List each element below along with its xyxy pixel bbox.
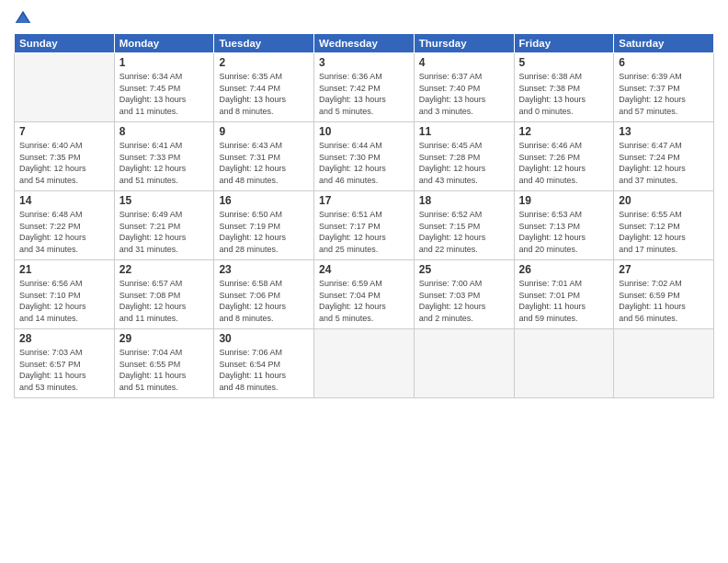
calendar-cell — [514, 329, 614, 398]
cell-day-number: 19 — [519, 194, 609, 207]
cell-day-info: Sunrise: 7:02 AM Sunset: 6:59 PM Dayligh… — [619, 278, 709, 324]
calendar-cell: 23Sunrise: 6:58 AM Sunset: 7:06 PM Dayli… — [214, 260, 314, 329]
calendar-week-row: 21Sunrise: 6:56 AM Sunset: 7:10 PM Dayli… — [15, 260, 714, 329]
cell-day-number: 24 — [319, 263, 409, 276]
calendar-cell: 2Sunrise: 6:35 AM Sunset: 7:44 PM Daylig… — [214, 53, 314, 122]
cell-day-number: 28 — [19, 332, 109, 345]
calendar-week-row: 1Sunrise: 6:34 AM Sunset: 7:45 PM Daylig… — [15, 53, 714, 122]
calendar-body: 1Sunrise: 6:34 AM Sunset: 7:45 PM Daylig… — [15, 53, 714, 398]
cell-day-number: 10 — [319, 125, 409, 138]
calendar-cell: 26Sunrise: 7:01 AM Sunset: 7:01 PM Dayli… — [514, 260, 614, 329]
logo-icon — [14, 9, 32, 28]
calendar-cell: 30Sunrise: 7:06 AM Sunset: 6:54 PM Dayli… — [214, 329, 314, 398]
calendar-cell: 8Sunrise: 6:41 AM Sunset: 7:33 PM Daylig… — [114, 122, 214, 191]
cell-day-info: Sunrise: 6:37 AM Sunset: 7:40 PM Dayligh… — [419, 71, 509, 117]
cell-day-info: Sunrise: 6:41 AM Sunset: 7:33 PM Dayligh… — [119, 140, 210, 186]
calendar-cell: 7Sunrise: 6:40 AM Sunset: 7:35 PM Daylig… — [15, 122, 115, 191]
calendar-week-row: 7Sunrise: 6:40 AM Sunset: 7:35 PM Daylig… — [15, 122, 714, 191]
cell-day-info: Sunrise: 6:34 AM Sunset: 7:45 PM Dayligh… — [119, 71, 210, 117]
calendar-cell: 28Sunrise: 7:03 AM Sunset: 6:57 PM Dayli… — [15, 329, 115, 398]
cell-day-info: Sunrise: 6:59 AM Sunset: 7:04 PM Dayligh… — [319, 278, 409, 324]
cell-day-info: Sunrise: 7:06 AM Sunset: 6:54 PM Dayligh… — [219, 347, 309, 393]
cell-day-info: Sunrise: 6:36 AM Sunset: 7:42 PM Dayligh… — [319, 71, 409, 117]
cell-day-info: Sunrise: 7:04 AM Sunset: 6:55 PM Dayligh… — [119, 347, 210, 393]
calendar-header: SundayMondayTuesdayWednesdayThursdayFrid… — [15, 34, 714, 53]
weekday-header: Wednesday — [314, 34, 415, 53]
calendar-cell: 10Sunrise: 6:44 AM Sunset: 7:30 PM Dayli… — [314, 122, 415, 191]
cell-day-number: 5 — [519, 56, 609, 69]
page: SundayMondayTuesdayWednesdayThursdayFrid… — [0, 0, 728, 563]
calendar-cell: 4Sunrise: 6:37 AM Sunset: 7:40 PM Daylig… — [414, 53, 514, 122]
calendar-cell: 16Sunrise: 6:50 AM Sunset: 7:19 PM Dayli… — [214, 191, 314, 260]
cell-day-number: 20 — [619, 194, 709, 207]
cell-day-info: Sunrise: 7:00 AM Sunset: 7:03 PM Dayligh… — [419, 278, 509, 324]
cell-day-info: Sunrise: 6:55 AM Sunset: 7:12 PM Dayligh… — [619, 209, 709, 255]
calendar-table: SundayMondayTuesdayWednesdayThursdayFrid… — [14, 33, 714, 398]
calendar-week-row: 14Sunrise: 6:48 AM Sunset: 7:22 PM Dayli… — [15, 191, 714, 260]
cell-day-number: 2 — [219, 56, 309, 69]
calendar-cell: 11Sunrise: 6:45 AM Sunset: 7:28 PM Dayli… — [414, 122, 514, 191]
calendar-cell: 18Sunrise: 6:52 AM Sunset: 7:15 PM Dayli… — [414, 191, 514, 260]
calendar-cell: 9Sunrise: 6:43 AM Sunset: 7:31 PM Daylig… — [214, 122, 314, 191]
cell-day-number: 18 — [419, 194, 509, 207]
cell-day-number: 8 — [119, 125, 210, 138]
cell-day-number: 16 — [219, 194, 309, 207]
cell-day-info: Sunrise: 6:51 AM Sunset: 7:17 PM Dayligh… — [319, 209, 409, 255]
cell-day-info: Sunrise: 6:40 AM Sunset: 7:35 PM Dayligh… — [19, 140, 109, 186]
calendar-cell: 14Sunrise: 6:48 AM Sunset: 7:22 PM Dayli… — [15, 191, 115, 260]
cell-day-number: 1 — [119, 56, 210, 69]
cell-day-number: 3 — [319, 56, 409, 69]
cell-day-number: 21 — [19, 263, 109, 276]
cell-day-number: 12 — [519, 125, 609, 138]
cell-day-number: 6 — [619, 56, 709, 69]
calendar-cell: 22Sunrise: 6:57 AM Sunset: 7:08 PM Dayli… — [114, 260, 214, 329]
calendar-cell: 21Sunrise: 6:56 AM Sunset: 7:10 PM Dayli… — [15, 260, 115, 329]
calendar-cell — [15, 53, 115, 122]
cell-day-number: 11 — [419, 125, 509, 138]
cell-day-info: Sunrise: 7:03 AM Sunset: 6:57 PM Dayligh… — [19, 347, 109, 393]
cell-day-number: 7 — [19, 125, 109, 138]
cell-day-number: 9 — [219, 125, 309, 138]
calendar-cell: 24Sunrise: 6:59 AM Sunset: 7:04 PM Dayli… — [314, 260, 415, 329]
calendar-cell: 13Sunrise: 6:47 AM Sunset: 7:24 PM Dayli… — [614, 122, 714, 191]
cell-day-info: Sunrise: 6:58 AM Sunset: 7:06 PM Dayligh… — [219, 278, 309, 324]
cell-day-number: 13 — [619, 125, 709, 138]
cell-day-info: Sunrise: 6:52 AM Sunset: 7:15 PM Dayligh… — [419, 209, 509, 255]
calendar-cell: 6Sunrise: 6:39 AM Sunset: 7:37 PM Daylig… — [614, 53, 714, 122]
weekday-header: Sunday — [15, 34, 115, 53]
cell-day-number: 4 — [419, 56, 509, 69]
calendar-cell: 19Sunrise: 6:53 AM Sunset: 7:13 PM Dayli… — [514, 191, 614, 260]
weekday-header: Tuesday — [214, 34, 314, 53]
cell-day-number: 23 — [219, 263, 309, 276]
cell-day-number: 15 — [119, 194, 210, 207]
cell-day-number: 25 — [419, 263, 509, 276]
calendar-cell: 3Sunrise: 6:36 AM Sunset: 7:42 PM Daylig… — [314, 53, 415, 122]
cell-day-info: Sunrise: 6:43 AM Sunset: 7:31 PM Dayligh… — [219, 140, 309, 186]
cell-day-info: Sunrise: 6:56 AM Sunset: 7:10 PM Dayligh… — [19, 278, 109, 324]
calendar-cell — [614, 329, 714, 398]
cell-day-number: 26 — [519, 263, 609, 276]
calendar-cell: 17Sunrise: 6:51 AM Sunset: 7:17 PM Dayli… — [314, 191, 415, 260]
weekday-header: Monday — [114, 34, 214, 53]
calendar-cell — [414, 329, 514, 398]
calendar-cell: 15Sunrise: 6:49 AM Sunset: 7:21 PM Dayli… — [114, 191, 214, 260]
cell-day-info: Sunrise: 6:53 AM Sunset: 7:13 PM Dayligh… — [519, 209, 609, 255]
cell-day-number: 22 — [119, 263, 210, 276]
cell-day-info: Sunrise: 6:44 AM Sunset: 7:30 PM Dayligh… — [319, 140, 409, 186]
cell-day-number: 17 — [319, 194, 409, 207]
calendar-cell: 5Sunrise: 6:38 AM Sunset: 7:38 PM Daylig… — [514, 53, 614, 122]
weekday-header: Friday — [514, 34, 614, 53]
calendar-week-row: 28Sunrise: 7:03 AM Sunset: 6:57 PM Dayli… — [15, 329, 714, 398]
cell-day-info: Sunrise: 6:39 AM Sunset: 7:37 PM Dayligh… — [619, 71, 709, 117]
cell-day-info: Sunrise: 6:48 AM Sunset: 7:22 PM Dayligh… — [19, 209, 109, 255]
calendar-cell: 29Sunrise: 7:04 AM Sunset: 6:55 PM Dayli… — [114, 329, 214, 398]
cell-day-info: Sunrise: 6:38 AM Sunset: 7:38 PM Dayligh… — [519, 71, 609, 117]
weekday-header: Saturday — [614, 34, 714, 53]
cell-day-info: Sunrise: 6:57 AM Sunset: 7:08 PM Dayligh… — [119, 278, 210, 324]
header — [14, 9, 714, 28]
calendar-cell: 20Sunrise: 6:55 AM Sunset: 7:12 PM Dayli… — [614, 191, 714, 260]
calendar-cell — [314, 329, 415, 398]
cell-day-info: Sunrise: 6:47 AM Sunset: 7:24 PM Dayligh… — [619, 140, 709, 186]
cell-day-number: 30 — [219, 332, 309, 345]
logo — [14, 9, 36, 28]
